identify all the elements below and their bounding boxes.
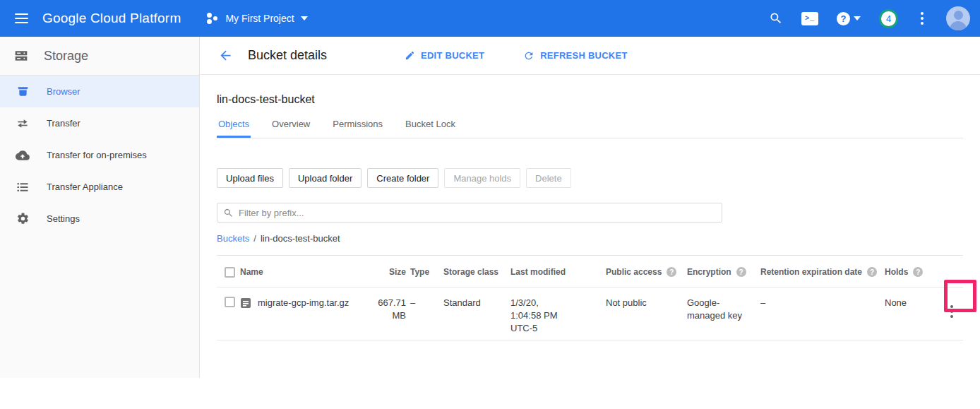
table-row: migrate-gcp-img.tar.gz 667.71 MB – Stand… <box>217 288 963 340</box>
object-type: – <box>406 288 443 309</box>
sidebar-item-label: Settings <box>47 213 80 224</box>
column-header-size: Size <box>367 256 406 286</box>
search-icon <box>223 208 234 218</box>
sidebar-item-transfer[interactable]: Transfer <box>0 107 199 139</box>
more-options-icon[interactable] <box>916 9 928 28</box>
cloud-upload-icon <box>16 148 30 162</box>
hamburger-menu-icon[interactable] <box>0 0 42 37</box>
gcp-console-window: Google Cloud Platform My First Project >… <box>0 0 980 409</box>
objects-table: Name Size Type Storage class Last modifi… <box>217 255 963 340</box>
tab-objects[interactable]: Objects <box>217 116 251 138</box>
project-selector[interactable]: My First Project <box>206 12 307 25</box>
user-avatar[interactable] <box>946 6 970 30</box>
column-header-encryption: Encryption ? <box>687 256 760 286</box>
sidebar-item-label: Browser <box>47 86 80 97</box>
sidebar-item-browser[interactable]: Browser <box>0 76 199 107</box>
sidebar-item-transfer-appliance[interactable]: Transfer Appliance <box>0 171 199 203</box>
main-content: Bucket details EDIT BUCKET REFRESH BUCKE… <box>200 37 980 378</box>
row-actions-menu-icon[interactable] <box>943 301 960 322</box>
object-storage-class: Standard <box>443 288 510 309</box>
help-menu-button[interactable]: ? <box>837 12 861 25</box>
help-icon: ? <box>837 12 850 25</box>
search-icon <box>769 11 783 25</box>
bucket-icon <box>16 85 30 99</box>
bucket-tabs: Objects Overview Permissions Bucket Lock <box>217 116 963 138</box>
sidebar-item-label: Transfer Appliance <box>47 182 123 192</box>
objects-toolbar: Upload files Upload folder Create folder… <box>217 168 963 188</box>
object-size: 667.71 MB <box>371 297 406 322</box>
upload-folder-button[interactable]: Upload folder <box>289 168 361 188</box>
object-encryption: Google-managed key <box>687 297 752 322</box>
delete-button: Delete <box>526 168 571 188</box>
sidebar-item-label: Transfer <box>47 118 80 129</box>
help-icon[interactable]: ? <box>867 267 877 277</box>
column-header-public-access: Public access ? <box>606 256 687 286</box>
brand-logo: Google Cloud Platform <box>42 11 181 26</box>
storage-product-icon <box>14 49 28 63</box>
project-name: My First Project <box>225 13 294 24</box>
gear-icon <box>16 212 30 226</box>
search-button[interactable] <box>769 11 783 25</box>
column-header-retention: Retention expiration date ? <box>760 256 885 286</box>
filter-field[interactable] <box>217 203 722 223</box>
select-all-checkbox[interactable] <box>225 267 235 278</box>
notifications-badge[interactable]: 4 <box>879 9 898 28</box>
tab-permissions[interactable]: Permissions <box>331 116 384 138</box>
pencil-icon <box>405 50 415 61</box>
page-title: Bucket details <box>248 48 327 63</box>
bucket-name-heading: lin-docs-test-bucket <box>217 93 963 106</box>
column-header-name: Name <box>240 256 367 286</box>
chevron-down-icon <box>301 16 308 20</box>
file-icon <box>240 297 251 309</box>
column-header-storage-class: Storage class <box>443 256 510 286</box>
sidebar-item-settings[interactable]: Settings <box>0 203 199 235</box>
table-header-row: Name Size Type Storage class Last modifi… <box>217 256 963 288</box>
top-navigation-bar: Google Cloud Platform My First Project >… <box>0 0 980 37</box>
help-icon[interactable]: ? <box>913 267 923 277</box>
help-icon[interactable]: ? <box>667 267 676 277</box>
storage-sidebar: Storage Browser Transfer Transfer for on… <box>0 37 200 378</box>
edit-bucket-button[interactable]: EDIT BUCKET <box>405 50 484 61</box>
sidebar-title: Storage <box>44 49 88 64</box>
upload-files-button[interactable]: Upload files <box>217 168 283 188</box>
tab-bucket-lock[interactable]: Bucket Lock <box>404 116 457 138</box>
refresh-bucket-button[interactable]: REFRESH BUCKET <box>523 50 627 61</box>
cloud-shell-icon: >_ <box>801 12 818 25</box>
tab-overview[interactable]: Overview <box>270 116 311 138</box>
page-header: Bucket details EDIT BUCKET REFRESH BUCKE… <box>200 37 980 75</box>
object-retention: – <box>760 288 885 309</box>
column-header-type: Type <box>406 256 443 286</box>
transfer-arrows-icon <box>16 117 30 131</box>
breadcrumb: Buckets / lin-docs-test-bucket <box>217 233 963 244</box>
row-checkbox[interactable] <box>225 297 235 307</box>
breadcrumb-separator: / <box>253 233 256 244</box>
filter-by-prefix-input[interactable] <box>239 208 716 218</box>
sidebar-item-transfer-on-premises[interactable]: Transfer for on-premises <box>0 139 199 171</box>
object-holds: None <box>885 288 930 309</box>
chevron-down-icon <box>854 16 861 20</box>
help-icon[interactable]: ? <box>736 267 746 277</box>
sidebar-item-label: Transfer for on-premises <box>47 150 147 160</box>
manage-holds-button: Manage holds <box>444 168 520 188</box>
project-dots-icon <box>206 12 219 25</box>
object-name-link[interactable]: migrate-gcp-img.tar.gz <box>258 297 349 309</box>
column-header-holds: Holds ? <box>885 256 930 286</box>
object-public-access: Not public <box>606 288 687 309</box>
avatar-person-icon <box>954 11 963 20</box>
object-last-modified: 1/3/20, 1:04:58 PM UTC-5 <box>510 297 567 335</box>
notification-count: 4 <box>886 13 891 24</box>
breadcrumb-current: lin-docs-test-bucket <box>261 233 340 244</box>
appliance-icon <box>16 180 30 194</box>
back-arrow-icon[interactable] <box>217 47 234 64</box>
refresh-icon <box>523 50 534 61</box>
sidebar-header: Storage <box>0 37 199 76</box>
breadcrumb-buckets-link[interactable]: Buckets <box>217 233 249 244</box>
create-folder-button[interactable]: Create folder <box>367 168 438 188</box>
cloud-shell-button[interactable]: >_ <box>801 12 818 25</box>
column-header-last-modified: Last modified <box>510 256 606 286</box>
